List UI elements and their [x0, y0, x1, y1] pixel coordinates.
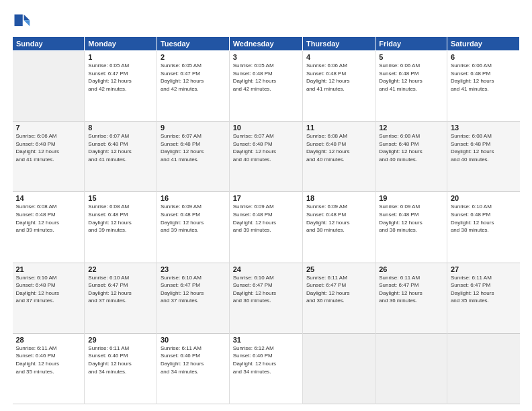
col-header-thursday: Thursday [302, 37, 375, 51]
day-detail: Sunrise: 6:12 AM Sunset: 6:46 PM Dayligh… [233, 345, 299, 375]
day-detail: Sunrise: 6:11 AM Sunset: 6:46 PM Dayligh… [16, 345, 81, 375]
day-number: 19 [379, 194, 443, 202]
week-row-5: 28Sunrise: 6:11 AM Sunset: 6:46 PM Dayli… [13, 333, 520, 404]
calendar-cell: 5Sunrise: 6:06 AM Sunset: 6:48 PM Daylig… [375, 51, 447, 122]
calendar-cell: 4Sunrise: 6:06 AM Sunset: 6:48 PM Daylig… [302, 51, 375, 122]
calendar-cell: 13Sunrise: 6:08 AM Sunset: 6:48 PM Dayli… [447, 122, 519, 192]
col-header-saturday: Saturday [447, 37, 519, 51]
calendar-cell: 21Sunrise: 6:10 AM Sunset: 6:48 PM Dayli… [13, 263, 85, 333]
day-detail: Sunrise: 6:06 AM Sunset: 6:48 PM Dayligh… [379, 62, 443, 93]
day-detail: Sunrise: 6:07 AM Sunset: 6:48 PM Dayligh… [88, 132, 153, 163]
page: SundayMondayTuesdayWednesdayThursdayFrid… [0, 0, 532, 411]
svg-rect-2 [15, 15, 23, 27]
calendar-cell: 23Sunrise: 6:10 AM Sunset: 6:47 PM Dayli… [157, 263, 229, 333]
calendar-cell [302, 333, 375, 404]
day-detail: Sunrise: 6:11 AM Sunset: 6:47 PM Dayligh… [451, 274, 517, 305]
week-row-2: 7Sunrise: 6:06 AM Sunset: 6:48 PM Daylig… [13, 122, 520, 192]
calendar-cell: 27Sunrise: 6:11 AM Sunset: 6:47 PM Dayli… [447, 263, 519, 333]
calendar-cell: 10Sunrise: 6:07 AM Sunset: 6:48 PM Dayli… [229, 122, 302, 192]
day-number: 17 [233, 194, 299, 202]
day-number: 2 [161, 53, 226, 61]
day-detail: Sunrise: 6:09 AM Sunset: 6:48 PM Dayligh… [379, 203, 443, 234]
col-header-tuesday: Tuesday [157, 37, 229, 51]
calendar-cell: 12Sunrise: 6:08 AM Sunset: 6:48 PM Dayli… [375, 122, 447, 192]
svg-marker-1 [24, 20, 30, 26]
day-number: 8 [88, 124, 153, 132]
day-detail: Sunrise: 6:08 AM Sunset: 6:48 PM Dayligh… [16, 203, 81, 234]
col-header-wednesday: Wednesday [229, 37, 302, 51]
calendar-cell: 7Sunrise: 6:06 AM Sunset: 6:48 PM Daylig… [13, 122, 85, 192]
day-number: 29 [88, 336, 153, 344]
calendar-cell: 11Sunrise: 6:08 AM Sunset: 6:48 PM Dayli… [302, 122, 375, 192]
day-detail: Sunrise: 6:10 AM Sunset: 6:47 PM Dayligh… [88, 274, 153, 305]
day-detail: Sunrise: 6:08 AM Sunset: 6:48 PM Dayligh… [88, 203, 153, 234]
week-row-3: 14Sunrise: 6:08 AM Sunset: 6:48 PM Dayli… [13, 192, 520, 263]
day-number: 6 [451, 53, 517, 61]
calendar-cell: 28Sunrise: 6:11 AM Sunset: 6:46 PM Dayli… [13, 333, 85, 404]
day-detail: Sunrise: 6:09 AM Sunset: 6:48 PM Dayligh… [161, 203, 226, 234]
day-number: 26 [379, 265, 443, 273]
day-number: 3 [233, 53, 299, 61]
day-detail: Sunrise: 6:06 AM Sunset: 6:48 PM Dayligh… [451, 62, 517, 93]
day-number: 30 [161, 336, 226, 344]
day-detail: Sunrise: 6:11 AM Sunset: 6:47 PM Dayligh… [379, 274, 443, 305]
day-number: 27 [451, 265, 517, 273]
day-number: 7 [16, 124, 81, 132]
day-detail: Sunrise: 6:06 AM Sunset: 6:48 PM Dayligh… [16, 132, 81, 163]
header-row: SundayMondayTuesdayWednesdayThursdayFrid… [13, 37, 520, 51]
day-detail: Sunrise: 6:10 AM Sunset: 6:48 PM Dayligh… [451, 203, 517, 234]
logo [12, 12, 34, 31]
day-detail: Sunrise: 6:10 AM Sunset: 6:48 PM Dayligh… [16, 274, 81, 305]
calendar-cell: 31Sunrise: 6:12 AM Sunset: 6:46 PM Dayli… [229, 333, 302, 404]
calendar-cell: 22Sunrise: 6:10 AM Sunset: 6:47 PM Dayli… [85, 263, 157, 333]
day-number: 12 [379, 124, 443, 132]
calendar-cell: 3Sunrise: 6:05 AM Sunset: 6:48 PM Daylig… [229, 51, 302, 122]
day-detail: Sunrise: 6:10 AM Sunset: 6:47 PM Dayligh… [161, 274, 226, 305]
day-number: 25 [306, 265, 371, 273]
day-detail: Sunrise: 6:11 AM Sunset: 6:46 PM Dayligh… [161, 345, 226, 375]
day-number: 14 [16, 194, 81, 202]
calendar-cell: 30Sunrise: 6:11 AM Sunset: 6:46 PM Dayli… [157, 333, 229, 404]
day-number: 28 [16, 336, 81, 344]
calendar-cell: 1Sunrise: 6:05 AM Sunset: 6:47 PM Daylig… [85, 51, 157, 122]
day-detail: Sunrise: 6:05 AM Sunset: 6:48 PM Dayligh… [233, 62, 299, 93]
day-detail: Sunrise: 6:09 AM Sunset: 6:48 PM Dayligh… [233, 203, 299, 234]
day-number: 11 [306, 124, 371, 132]
day-detail: Sunrise: 6:08 AM Sunset: 6:48 PM Dayligh… [379, 132, 443, 163]
calendar-cell: 24Sunrise: 6:10 AM Sunset: 6:47 PM Dayli… [229, 263, 302, 333]
day-detail: Sunrise: 6:11 AM Sunset: 6:47 PM Dayligh… [306, 274, 371, 305]
day-detail: Sunrise: 6:09 AM Sunset: 6:48 PM Dayligh… [306, 203, 371, 234]
day-detail: Sunrise: 6:11 AM Sunset: 6:46 PM Dayligh… [88, 345, 153, 375]
day-detail: Sunrise: 6:10 AM Sunset: 6:47 PM Dayligh… [233, 274, 299, 305]
day-number: 21 [16, 265, 81, 273]
week-row-4: 21Sunrise: 6:10 AM Sunset: 6:48 PM Dayli… [13, 263, 520, 333]
calendar-cell: 15Sunrise: 6:08 AM Sunset: 6:48 PM Dayli… [85, 192, 157, 263]
col-header-friday: Friday [375, 37, 447, 51]
day-number: 5 [379, 53, 443, 61]
col-header-sunday: Sunday [13, 37, 85, 51]
calendar-cell: 2Sunrise: 6:05 AM Sunset: 6:47 PM Daylig… [157, 51, 229, 122]
calendar-cell: 8Sunrise: 6:07 AM Sunset: 6:48 PM Daylig… [85, 122, 157, 192]
day-number: 18 [306, 194, 371, 202]
day-number: 22 [88, 265, 153, 273]
day-detail: Sunrise: 6:05 AM Sunset: 6:47 PM Dayligh… [161, 62, 226, 93]
calendar-cell [375, 333, 447, 404]
calendar-cell: 18Sunrise: 6:09 AM Sunset: 6:48 PM Dayli… [302, 192, 375, 263]
day-number: 23 [161, 265, 226, 273]
day-number: 10 [233, 124, 299, 132]
svg-marker-0 [24, 15, 30, 21]
day-detail: Sunrise: 6:08 AM Sunset: 6:48 PM Dayligh… [451, 132, 517, 163]
day-detail: Sunrise: 6:05 AM Sunset: 6:47 PM Dayligh… [88, 62, 153, 93]
calendar-cell: 20Sunrise: 6:10 AM Sunset: 6:48 PM Dayli… [447, 192, 519, 263]
day-number: 20 [451, 194, 517, 202]
logo-icon [12, 12, 31, 31]
header [12, 12, 520, 31]
day-number: 9 [161, 124, 226, 132]
calendar-cell: 17Sunrise: 6:09 AM Sunset: 6:48 PM Dayli… [229, 192, 302, 263]
day-number: 31 [233, 336, 299, 344]
calendar-cell: 25Sunrise: 6:11 AM Sunset: 6:47 PM Dayli… [302, 263, 375, 333]
calendar-cell: 29Sunrise: 6:11 AM Sunset: 6:46 PM Dayli… [85, 333, 157, 404]
calendar-cell: 19Sunrise: 6:09 AM Sunset: 6:48 PM Dayli… [375, 192, 447, 263]
day-number: 13 [451, 124, 517, 132]
calendar-cell [447, 333, 519, 404]
